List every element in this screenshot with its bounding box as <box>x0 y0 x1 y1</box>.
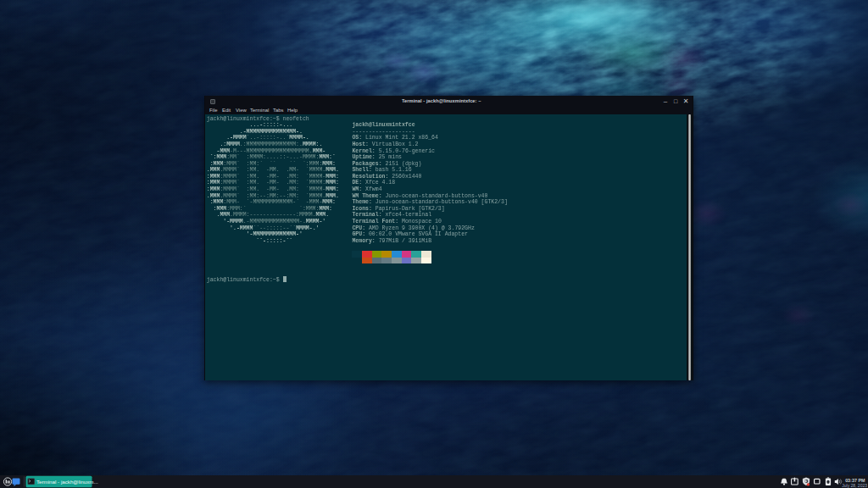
svg-text:July 28, 2023: July 28, 2023 <box>842 483 867 488</box>
svg-text:Terminal - jackh@linuxm...: Terminal - jackh@linuxm... <box>36 479 98 485</box>
